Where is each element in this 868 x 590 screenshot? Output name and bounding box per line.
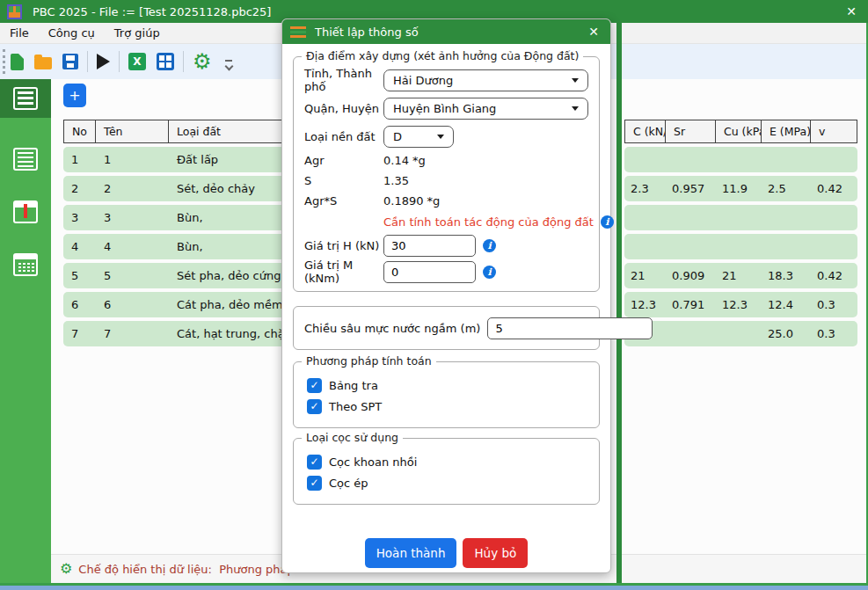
district-value: Huyện Bình Giang: [393, 102, 496, 115]
district-select[interactable]: Huyện Bình Giang: [383, 98, 588, 120]
province-select[interactable]: Hải Dương: [383, 69, 588, 91]
cell-cu: 12.3: [716, 298, 762, 311]
data-grid-button[interactable]: [157, 53, 174, 70]
province-value: Hải Dương: [393, 74, 453, 87]
excel-icon: [128, 53, 146, 70]
location-group-legend: Địa điểm xây dựng (xét ảnh hưởng của Độn…: [302, 49, 583, 62]
column-header-c[interactable]: C (kN/m: [624, 120, 666, 143]
soil-type-select[interactable]: D: [383, 126, 454, 148]
agr-s-value: 0.1890 *g: [383, 194, 440, 208]
water-depth-label: Chiều sâu mực nước ngầm (m): [304, 322, 480, 335]
cell-e: 2.5: [762, 182, 811, 195]
chevron-down-icon: [437, 135, 444, 139]
save-button[interactable]: [62, 54, 78, 69]
calculator-icon: [13, 253, 38, 276]
cell-c: 2.3: [624, 182, 666, 195]
cell-no: 1: [63, 153, 96, 166]
coc-khoan-nhoi-checkbox[interactable]: [307, 455, 322, 470]
coc-khoan-nhoi-label: Cọc khoan nhồi: [329, 455, 417, 469]
toolbar-grip: [3, 49, 5, 74]
cell-v: 0.3: [811, 298, 857, 311]
table-row[interactable]: 12.3 0.791 12.3 12.4 0.3: [624, 292, 857, 317]
agr-value: 0.14 *g: [383, 154, 426, 167]
dialog-close-icon[interactable]: [585, 23, 602, 40]
cell-sr: 0.791: [666, 298, 716, 311]
column-header-no[interactable]: No: [63, 120, 96, 143]
column-header-sr[interactable]: Sr: [665, 120, 716, 143]
open-folder-icon: [34, 57, 52, 69]
agr-label: Agr: [304, 154, 383, 167]
soil-type-value: D: [393, 130, 402, 143]
method-group-legend: Phương pháp tính toán: [302, 354, 436, 368]
m-value-input[interactable]: [383, 261, 476, 283]
add-row-button[interactable]: +: [63, 84, 86, 107]
soil-layers-icon: [13, 148, 38, 171]
cell-sr: 0.957: [666, 182, 716, 195]
column-header-ten[interactable]: Tên: [95, 120, 169, 143]
export-excel-button[interactable]: [128, 53, 146, 70]
cell-c: 12.3: [624, 298, 666, 311]
settings-button[interactable]: [193, 51, 212, 72]
cell-no: 5: [63, 269, 96, 282]
cell-e: 12.4: [762, 298, 811, 311]
sidebar-item-soil-table[interactable]: [0, 79, 51, 118]
cell-ten: 1: [96, 153, 169, 166]
info-icon[interactable]: [483, 239, 496, 252]
table-row[interactable]: 2.3 0.957 11.9 2.5 0.42: [624, 176, 857, 201]
agr-s-label: Agr*S: [304, 194, 383, 208]
menu-help[interactable]: Trợ giúp: [105, 26, 170, 40]
h-value-input[interactable]: [383, 235, 476, 257]
table-row[interactable]: 21 0.909 21 18.3 0.42: [624, 263, 857, 288]
m-value-label: Giá trị M (kNm): [304, 259, 383, 285]
cell-v: 0.3: [811, 327, 857, 340]
pile-icon: [13, 200, 38, 223]
toolbar-separator: [183, 51, 184, 72]
new-file-icon: [11, 54, 24, 70]
cell-e: 25.0: [762, 327, 811, 340]
table-row[interactable]: [624, 234, 857, 259]
play-icon: [97, 54, 110, 69]
cell-ten: 7: [96, 327, 169, 340]
chevron-down-icon: [572, 78, 579, 83]
column-header-v[interactable]: v: [810, 120, 857, 143]
theo-spt-checkbox[interactable]: [307, 399, 322, 414]
cancel-button[interactable]: Hủy bỏ: [463, 538, 528, 568]
menu-file[interactable]: File: [0, 26, 39, 40]
taskbar-edge: [0, 586, 868, 590]
column-header-cu[interactable]: Cu (kPa): [715, 120, 762, 143]
status-gear-icon: [60, 562, 72, 576]
table-row[interactable]: [624, 147, 857, 172]
location-group: Địa điểm xây dựng (xét ảnh hưởng của Độn…: [293, 56, 600, 292]
cell-ten: 2: [96, 182, 169, 195]
toolbar-overflow-chevron-icon[interactable]: [224, 60, 233, 71]
window-close-icon[interactable]: [842, 2, 861, 21]
menu-tools[interactable]: Công cụ: [39, 26, 105, 40]
s-label: S: [304, 174, 383, 187]
info-icon[interactable]: [483, 266, 496, 279]
new-file-button[interactable]: [11, 54, 24, 70]
water-depth-input[interactable]: [487, 317, 653, 339]
open-folder-button[interactable]: [34, 54, 52, 69]
soil-table-right: C (kN/m Sr Cu (kPa) E (MPa) v 2.3 0.957 …: [624, 120, 857, 346]
cell-ten: 4: [96, 240, 169, 253]
coc-ep-label: Cọc ép: [329, 477, 368, 490]
panel-splitter[interactable]: [616, 23, 622, 583]
bang-tra-checkbox[interactable]: [307, 378, 322, 393]
district-label: Quận, Huyện: [304, 102, 383, 115]
sidebar-item-pile[interactable]: [0, 190, 51, 234]
soil-type-label: Loại nền đất: [304, 130, 383, 143]
complete-button[interactable]: Hoàn thành: [365, 538, 457, 568]
save-icon: [62, 54, 78, 69]
table-row[interactable]: 25.0 0.3: [624, 321, 857, 346]
cell-cu: 11.9: [716, 182, 762, 195]
coc-ep-checkbox[interactable]: [307, 476, 322, 491]
sidebar-item-soil-layers[interactable]: [0, 137, 51, 181]
info-icon[interactable]: [601, 215, 614, 229]
cell-e: 18.3: [762, 269, 811, 282]
sidebar-item-calculator[interactable]: [0, 243, 51, 287]
dialog-header[interactable]: Thiết lập thông số: [282, 19, 610, 44]
cell-v: 0.42: [811, 269, 857, 282]
column-header-e[interactable]: E (MPa): [761, 120, 811, 143]
run-button[interactable]: [97, 54, 110, 69]
table-row[interactable]: [624, 205, 857, 230]
